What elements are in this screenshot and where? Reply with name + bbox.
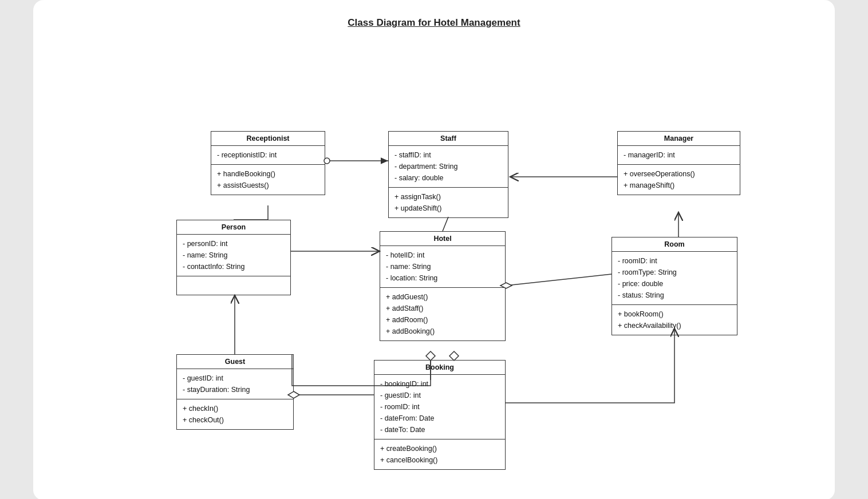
receptionist-class: Receptionist - receptionistID: int + han… (211, 131, 325, 195)
room-class: Room - roomID: int- roomType: String- pr… (611, 237, 737, 335)
diagram-area: Receptionist - receptionistID: int + han… (56, 42, 812, 477)
manager-attrs: - managerID: int (618, 146, 740, 165)
staff-methods: + assignTask()+ updateShift() (389, 188, 508, 217)
booking-class: Booking - bookingID: int- guestID: int- … (374, 360, 506, 470)
person-header: Person (177, 220, 290, 235)
staff-attrs: - staffID: int- department: String- sala… (389, 146, 508, 188)
guest-attrs: - guestID: int- stayDuration: String (177, 369, 293, 399)
room-methods: + bookRoom()+ checkAvailability() (612, 305, 737, 335)
hotel-booking-diamond (449, 351, 459, 361)
receptionist-person-path (234, 205, 268, 220)
staff-hotel-line (443, 217, 448, 231)
guest-class: Guest - guestID: int- stayDuration: Stri… (176, 354, 294, 430)
guest-methods: + checkIn()+ checkOut() (177, 399, 293, 429)
person-methods (177, 276, 290, 295)
room-attrs: - roomID: int- roomType: String- price: … (612, 252, 737, 305)
manager-header: Manager (618, 132, 740, 146)
diagram-title: Class Diagram for Hotel Management (56, 17, 812, 29)
staff-header: Staff (389, 132, 508, 146)
hotel-class: Hotel - hotelID: int- name: String- loca… (380, 231, 506, 341)
receptionist-methods: + handleBooking()+ assistGuests() (211, 165, 325, 195)
guest-header: Guest (177, 355, 293, 369)
booking-attrs: - bookingID: int- guestID: int- roomID: … (374, 375, 505, 439)
hotel-methods: + addGuest()+ addStaff()+ addRoom()+ add… (380, 288, 505, 340)
hotel-room-line (506, 274, 611, 286)
staff-class: Staff - staffID: int- department: String… (388, 131, 508, 218)
hotel-guest-diamond (426, 351, 435, 361)
receptionist-attrs: - receptionistID: int (211, 146, 325, 165)
manager-methods: + overseeOperations()+ manageShift() (618, 165, 740, 195)
room-header: Room (612, 237, 737, 252)
receptionist-header: Receptionist (211, 132, 325, 146)
hotel-header: Hotel (380, 232, 505, 246)
manager-class: Manager - managerID: int + overseeOperat… (617, 131, 740, 195)
person-class: Person - personID: int- name: String- co… (176, 220, 291, 295)
hotel-attrs: - hotelID: int- name: String- location: … (380, 246, 505, 288)
person-attrs: - personID: int- name: String- contactIn… (177, 235, 290, 276)
main-canvas: Class Diagram for Hotel Management Recep… (33, 0, 835, 499)
booking-header: Booking (374, 361, 505, 375)
booking-methods: + createBooking()+ cancelBooking() (374, 439, 505, 469)
booking-room-path (506, 328, 674, 403)
